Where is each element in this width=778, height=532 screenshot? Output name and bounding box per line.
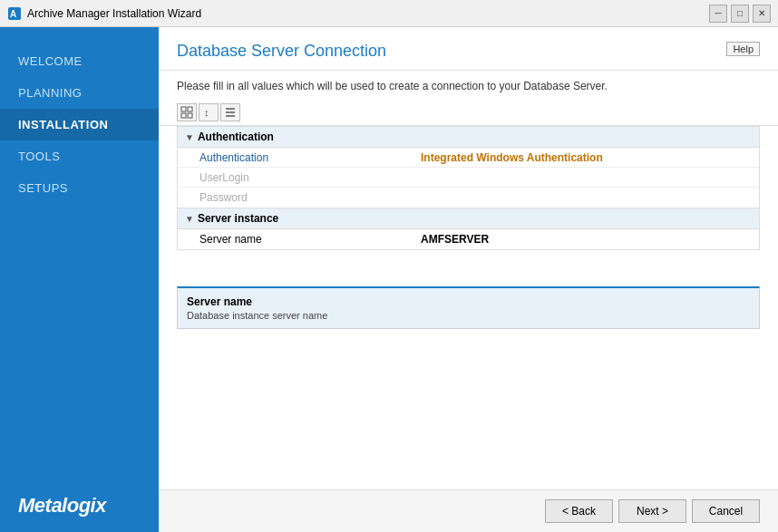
prop-group-server-instance: ▼ Server instance Server name AMFSERVER (177, 208, 760, 250)
sidebar: WELCOME PLANNING INSTALLATION TOOLS SETU… (0, 27, 159, 532)
window-controls: ─ □ ✕ (709, 5, 771, 23)
properties-area: ▼ Authentication Authentication Integrat… (177, 126, 760, 286)
page-title: Database Server Connection (177, 42, 386, 61)
toolbar-btn-grid[interactable] (177, 103, 197, 121)
svg-rect-5 (188, 113, 192, 118)
prop-row-userlogin: UserLogin (178, 168, 759, 188)
info-panel: Server name Database instance server nam… (177, 286, 760, 329)
sidebar-item-installation[interactable]: INSTALLATION (0, 109, 159, 140)
svg-rect-4 (181, 113, 186, 118)
info-panel-description: Database instance server name (187, 310, 750, 321)
prop-row-authentication: Authentication Integrated Windows Authen… (178, 148, 759, 168)
toolbar-btn-list[interactable] (220, 103, 240, 121)
prop-group-header-authentication[interactable]: ▼ Authentication (178, 127, 759, 148)
app-icon: A (7, 6, 22, 21)
prop-row-server-name: Server name AMFSERVER (178, 229, 759, 249)
prop-name-authentication: Authentication (178, 149, 413, 167)
svg-text:A: A (10, 9, 16, 19)
prop-value-userlogin (413, 175, 759, 180)
prop-name-password: Password (178, 189, 413, 207)
minimize-btn[interactable]: ─ (709, 5, 727, 23)
prop-value-server-name: AMFSERVER (413, 230, 759, 248)
close-btn[interactable]: ✕ (753, 5, 771, 23)
toolbar: ↕ (159, 100, 778, 126)
sidebar-nav: WELCOME PLANNING INSTALLATION TOOLS SETU… (0, 27, 159, 479)
maximize-btn[interactable]: □ (731, 5, 749, 23)
collapse-icon-server-instance: ▼ (185, 214, 194, 224)
prop-name-userlogin: UserLogin (178, 169, 413, 187)
svg-rect-2 (181, 107, 186, 111)
back-button[interactable]: < Back (545, 499, 613, 523)
content-spacer (159, 329, 778, 489)
main-layout: WELCOME PLANNING INSTALLATION TOOLS SETU… (0, 27, 778, 532)
prop-value-password (413, 195, 759, 200)
prop-row-password: Password (178, 188, 759, 208)
content-description: Please fill in all values which will be … (159, 71, 778, 100)
group-label-authentication: Authentication (198, 131, 274, 143)
cancel-button[interactable]: Cancel (692, 499, 760, 523)
window-title: Archive Manager Installation Wizard (27, 7, 709, 20)
sidebar-item-planning[interactable]: PLANNING (0, 77, 159, 109)
toolbar-btn-sort[interactable]: ↕ (199, 103, 219, 121)
sidebar-item-welcome[interactable]: WELCOME (0, 45, 159, 77)
footer: < Back Next > Cancel (159, 489, 778, 532)
prop-name-server-name: Server name (178, 230, 413, 248)
group-label-server-instance: Server instance (198, 212, 278, 225)
info-panel-title: Server name (187, 295, 750, 308)
prop-group-header-server-instance[interactable]: ▼ Server instance (178, 208, 759, 229)
title-bar: A Archive Manager Installation Wizard ─ … (0, 0, 778, 27)
svg-text:↕: ↕ (204, 107, 209, 118)
content-area: Database Server Connection Help Please f… (159, 27, 778, 532)
svg-rect-3 (188, 107, 192, 111)
collapse-icon-authentication: ▼ (185, 132, 194, 142)
next-button[interactable]: Next > (618, 499, 686, 523)
content-header: Database Server Connection Help (159, 27, 778, 71)
sidebar-item-tools[interactable]: TOOLS (0, 140, 159, 172)
prop-value-authentication: Integrated Windows Authentication (413, 149, 759, 167)
help-button[interactable]: Help (726, 42, 760, 56)
sidebar-item-setups[interactable]: SETUPS (0, 172, 159, 204)
app-logo: Metalogix (0, 479, 159, 532)
prop-group-authentication: ▼ Authentication Authentication Integrat… (177, 126, 760, 208)
